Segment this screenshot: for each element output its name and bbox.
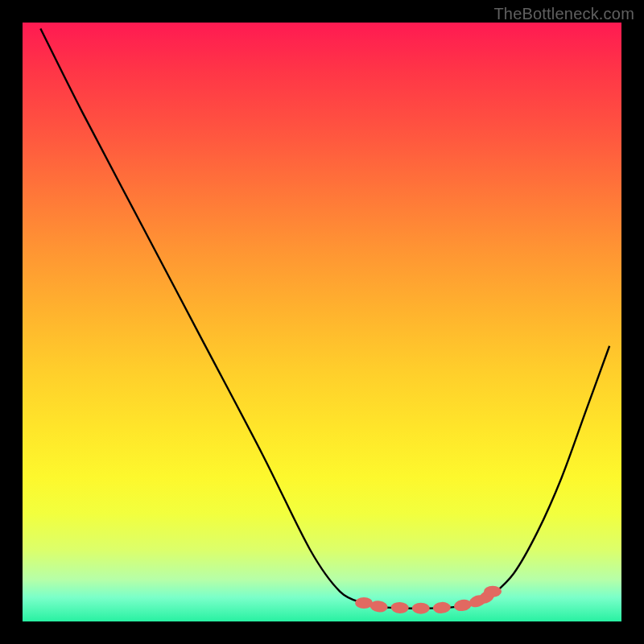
marker-dot <box>484 586 502 597</box>
marker-dot <box>412 603 430 614</box>
chart-plot-area <box>23 23 621 621</box>
marker-dot <box>453 598 473 613</box>
highlight-markers <box>355 586 502 614</box>
marker-dot <box>390 601 409 613</box>
curve-right-branch <box>489 346 609 597</box>
curve-left-branch <box>40 28 364 603</box>
watermark-text: TheBottleneck.com <box>493 5 634 23</box>
marker-dot <box>355 597 373 609</box>
chart-svg <box>23 23 621 621</box>
marker-dot <box>432 601 451 614</box>
